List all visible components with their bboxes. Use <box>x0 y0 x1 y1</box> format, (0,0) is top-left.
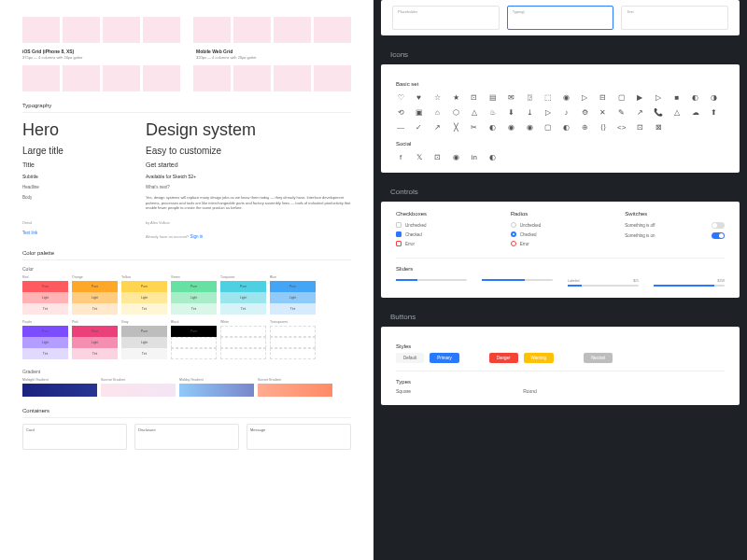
icon-38: ↗ <box>432 122 442 132</box>
icon-41: ◐ <box>488 122 498 132</box>
social-icon-3: ◉ <box>451 152 460 161</box>
palette-heading: Color palette <box>22 250 351 260</box>
checkbox-unchecked-label: Unchecked <box>405 223 427 228</box>
checkbox-checked-label: Checked <box>405 232 422 237</box>
switch-on-toggle[interactable] <box>712 232 725 239</box>
icon-45: ◐ <box>561 122 571 132</box>
input-typing[interactable]: Typing| <box>507 6 614 30</box>
type-headline-example: What's next? <box>146 185 351 189</box>
switch-off-toggle[interactable] <box>712 222 725 229</box>
type-large-example: Easy to customize <box>146 146 351 156</box>
containers-heading: Containers <box>22 408 351 418</box>
icon-29: ✕ <box>599 107 608 117</box>
right-spec-column: Placeholder Typing| Text Icons Basic set… <box>374 0 747 560</box>
icon-43: ◉ <box>525 122 534 132</box>
slider-labeled-text: Labeled <box>568 279 579 283</box>
swatch-gray: GrayPureLightTint <box>121 320 167 359</box>
gradient-row: Midnight GradientSunrise GradientMidday … <box>22 378 351 397</box>
checkboxes-column: Checkboxes Unchecked Checked Error <box>396 211 496 250</box>
icon-49: ⊡ <box>635 122 644 132</box>
icons-panel: Icons Basic set ♡♥☆★⊡▤✉⍰⬚◉▷⊟▢▶▷■◐◑⟲▣⌂⬡△♨… <box>374 47 747 173</box>
container-card: Card <box>22 424 127 450</box>
typography-heading: Typography <box>22 103 351 113</box>
inputs-panel: Placeholder Typing| Text <box>381 0 740 35</box>
icon-8: ⬚ <box>543 92 553 102</box>
icon-47: ⟨⟩ <box>599 122 608 132</box>
icon-11: ⊟ <box>599 92 608 102</box>
icon-32: 📞 <box>654 107 663 117</box>
radio-error-icon[interactable] <box>511 241 516 246</box>
input-text[interactable]: Text <box>621 6 728 30</box>
slider-1[interactable] <box>396 279 467 281</box>
icon-48: <> <box>617 122 627 132</box>
swatch-yellow: YellowPureLightTint <box>121 275 167 315</box>
icon-15: ■ <box>672 92 682 102</box>
button-type-square: Square <box>396 388 411 394</box>
swatch-red: RedPureLightTint <box>22 275 68 315</box>
slider-3[interactable] <box>568 285 639 287</box>
icon-13: ▶ <box>635 92 644 102</box>
icon-17: ◑ <box>709 92 718 102</box>
type-subtitle-example: Available for Sketch 52+ <box>146 174 351 179</box>
type-body-example: Yes, design systems will replace many de… <box>146 195 351 211</box>
icon-18: ⟲ <box>396 107 405 117</box>
icon-3: ★ <box>451 92 460 102</box>
icon-23: ♨ <box>488 107 498 117</box>
slider-2[interactable] <box>482 279 553 281</box>
button-types-heading: Types <box>396 379 725 385</box>
switches-heading: Switches <box>625 211 725 217</box>
checkbox-checked-icon[interactable] <box>396 231 402 237</box>
icon-46: ⊕ <box>580 122 589 132</box>
icon-19: ▣ <box>415 107 424 117</box>
icon-31: ↗ <box>635 107 644 117</box>
icon-36: — <box>396 122 405 132</box>
checkbox-error-icon[interactable] <box>396 241 402 246</box>
icon-20: ⌂ <box>432 107 442 117</box>
type-link-prompt: Already have an account? <box>146 234 189 239</box>
social-icon-grid: f𝕏⊡◉in◐ <box>396 152 725 161</box>
button-primary[interactable]: Primary <box>430 353 459 363</box>
radio-checked-label: Checked <box>520 232 537 237</box>
type-link-label[interactable]: Text link <box>22 231 134 239</box>
swatches-row-2: PurplePureLightTintPinkPureLightTintGray… <box>22 320 351 359</box>
type-subtitle-label: Subtitle <box>22 174 134 179</box>
button-neutral[interactable]: Neutral <box>584 353 613 363</box>
icons-basic-heading: Basic set <box>396 81 725 87</box>
input-placeholder[interactable]: Placeholder <box>392 6 500 30</box>
icon-12: ▢ <box>617 92 627 102</box>
type-detail-label: Detail <box>22 220 134 225</box>
radio-unchecked-icon[interactable] <box>511 222 516 228</box>
container-message: Message <box>247 424 351 450</box>
icon-9: ◉ <box>561 92 571 102</box>
icon-26: ▷ <box>543 107 553 117</box>
icon-30: ✎ <box>617 107 627 117</box>
checkbox-unchecked-icon[interactable] <box>396 222 402 228</box>
sliders-heading: Sliders <box>396 266 725 272</box>
grid-label-ios: iOS Grid (iPhone 8, XS) <box>22 49 177 54</box>
slider-value-2: $259 <box>717 279 725 283</box>
swatch-green: GreenPureLightTint <box>171 275 217 315</box>
social-icon-5: ◐ <box>488 152 498 161</box>
icon-grid: ♡♥☆★⊡▤✉⍰⬚◉▷⊟▢▶▷■◐◑⟲▣⌂⬡△♨⬇⤓▷♪⚙✕✎↗📞△☁⬆—✓↗╳… <box>396 92 725 132</box>
social-icon-1: 𝕏 <box>415 152 424 161</box>
social-icon-2: ⊡ <box>432 152 442 161</box>
swatch-orange: OrangePureLightTint <box>72 275 118 315</box>
grid-sub-ios: 375px — 4 columns with 16px gutter <box>22 55 177 60</box>
radio-checked-icon[interactable] <box>511 231 516 237</box>
swatch-purple: PurplePureLightTint <box>22 320 68 359</box>
container-cards: CardDisclosureMessage <box>22 424 351 450</box>
left-spec-column: iOS Grid (iPhone 8, XS) 375px — 4 column… <box>0 0 374 560</box>
button-danger[interactable]: Danger <box>489 353 518 363</box>
icon-42: ◉ <box>506 122 515 132</box>
button-default[interactable]: Default <box>396 353 424 363</box>
checkboxes-heading: Checkboxes <box>396 211 496 217</box>
controls-heading: Controls <box>374 184 747 202</box>
swatch-pink: PinkPureLightTint <box>72 320 118 359</box>
type-hero-example: Design system <box>146 120 351 140</box>
swatch-white: White <box>220 320 266 359</box>
button-warning[interactable]: Warning <box>524 353 555 363</box>
slider-4[interactable] <box>654 285 725 287</box>
icon-24: ⬇ <box>506 107 515 117</box>
sign-in-link[interactable]: Sign in <box>190 234 203 239</box>
icon-4: ⊡ <box>470 92 479 102</box>
